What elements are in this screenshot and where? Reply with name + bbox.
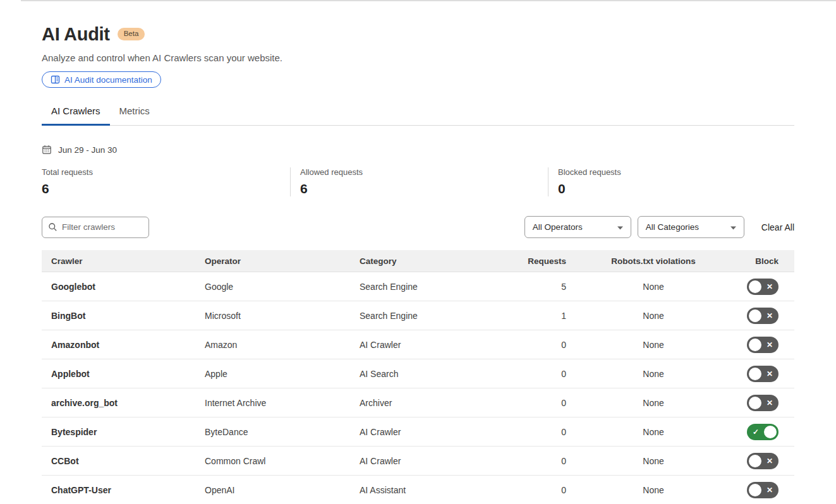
crawler-name: ChatGPT-User xyxy=(42,485,205,495)
violations-cell: None xyxy=(568,282,739,292)
block-cell: ✕ xyxy=(739,482,794,498)
check-icon: ✓ xyxy=(753,428,759,436)
crawler-name: Bytespider xyxy=(42,427,205,437)
category-cell: AI Assistant xyxy=(360,485,514,495)
block-toggle[interactable]: ✓ xyxy=(747,424,778,440)
table-row: AmazonbotAmazonAI Crawler0None✕ xyxy=(42,330,794,359)
page-subtitle: Analyze and control when AI Crawlers sca… xyxy=(42,52,794,63)
stat-label: Total requests xyxy=(42,167,281,177)
toggle-knob xyxy=(749,339,761,351)
requests-cell: 0 xyxy=(514,485,568,495)
category-cell: AI Crawler xyxy=(360,456,514,466)
x-icon: ✕ xyxy=(766,283,773,291)
documentation-link[interactable]: AI Audit documentation xyxy=(42,71,161,88)
crawler-name: archive.org_bot xyxy=(42,398,205,408)
toggle-knob xyxy=(749,484,761,496)
block-toggle[interactable]: ✕ xyxy=(747,395,778,411)
stats-row: Total requests 6 Allowed requests 6 Bloc… xyxy=(42,167,794,196)
table-row: ChatGPT-UserOpenAIAI Assistant0None✕ xyxy=(42,476,794,504)
documentation-link-label: AI Audit documentation xyxy=(64,75,152,85)
tab-metrics[interactable]: Metrics xyxy=(110,99,159,126)
x-icon: ✕ xyxy=(766,312,773,320)
operator-cell: Apple xyxy=(205,369,360,379)
ai-audit-page: AI Audit Beta Analyze and control when A… xyxy=(0,24,836,504)
operator-cell: Amazon xyxy=(205,340,360,350)
stat-allowed-requests: Allowed requests 6 xyxy=(290,167,548,196)
block-toggle[interactable]: ✕ xyxy=(747,366,778,382)
toggle-knob xyxy=(749,368,761,380)
crawler-name: Amazonbot xyxy=(42,340,205,350)
stat-value: 0 xyxy=(558,181,785,196)
x-icon: ✕ xyxy=(766,370,773,378)
violations-cell: None xyxy=(568,369,739,379)
page-title: AI Audit xyxy=(42,24,110,44)
violations-cell: None xyxy=(568,456,739,466)
block-toggle[interactable]: ✕ xyxy=(747,482,778,498)
table-body: GooglebotGoogleSearch Engine5None✕BingBo… xyxy=(42,272,794,504)
clear-all-button[interactable]: Clear All xyxy=(761,222,794,232)
block-cell: ✕ xyxy=(739,395,794,411)
x-icon: ✕ xyxy=(766,341,773,349)
block-toggle[interactable]: ✕ xyxy=(747,453,778,469)
column-header-crawler: Crawler xyxy=(42,256,205,266)
crawler-name: Googlebot xyxy=(42,282,205,292)
tab-bar: AI Crawlers Metrics xyxy=(42,99,794,126)
block-toggle[interactable]: ✕ xyxy=(747,279,778,295)
crawler-name: CCBot xyxy=(42,456,205,466)
category-cell: AI Crawler xyxy=(360,340,514,350)
violations-cell: None xyxy=(568,485,739,495)
table-header: Crawler Operator Category Requests Robot… xyxy=(42,250,794,272)
operator-cell: ByteDance xyxy=(205,427,360,437)
column-header-requests: Requests xyxy=(514,256,568,266)
requests-cell: 5 xyxy=(514,282,568,292)
book-icon xyxy=(51,75,60,84)
block-cell: ✕ xyxy=(739,279,794,295)
toggle-knob xyxy=(749,309,761,322)
operator-cell: OpenAI xyxy=(205,485,360,495)
requests-cell: 0 xyxy=(514,369,568,379)
stat-label: Blocked requests xyxy=(558,167,785,177)
categories-dropdown[interactable]: All Categories xyxy=(638,216,744,238)
requests-cell: 0 xyxy=(514,456,568,466)
column-header-operator: Operator xyxy=(205,256,360,266)
chevron-down-icon xyxy=(617,222,623,232)
table-row: ApplebotAppleAI Search0None✕ xyxy=(42,359,794,388)
date-range-label: Jun 29 - Jun 30 xyxy=(58,145,117,155)
table-row: GooglebotGoogleSearch Engine5None✕ xyxy=(42,272,794,301)
column-header-category: Category xyxy=(360,256,514,266)
top-divider xyxy=(21,0,836,1)
toggle-knob xyxy=(749,397,761,409)
categories-dropdown-value: All Categories xyxy=(646,222,699,232)
block-cell: ✕ xyxy=(739,308,794,324)
crawlers-table: Crawler Operator Category Requests Robot… xyxy=(42,250,794,504)
toggle-knob xyxy=(749,280,761,293)
operators-dropdown[interactable]: All Operators xyxy=(524,216,631,238)
operator-cell: Google xyxy=(205,282,360,292)
tab-ai-crawlers[interactable]: AI Crawlers xyxy=(42,99,110,126)
requests-cell: 0 xyxy=(514,340,568,350)
violations-cell: None xyxy=(568,427,739,437)
category-cell: AI Crawler xyxy=(360,427,514,437)
date-range-picker[interactable]: Jun 29 - Jun 30 xyxy=(42,145,794,155)
filter-crawlers-input[interactable] xyxy=(42,217,149,238)
violations-cell: None xyxy=(568,340,739,350)
category-cell: Search Engine xyxy=(360,311,514,321)
table-row: BytespiderByteDanceAI Crawler0None✓ xyxy=(42,417,794,447)
filter-bar: All Operators All Categories Clear All xyxy=(42,216,794,238)
stat-label: Allowed requests xyxy=(300,167,538,177)
block-cell: ✓ xyxy=(739,424,794,440)
stat-total-requests: Total requests 6 xyxy=(42,167,290,196)
requests-cell: 1 xyxy=(514,311,568,321)
requests-cell: 0 xyxy=(514,427,568,437)
operator-cell: Common Crawl xyxy=(205,456,360,466)
stat-value: 6 xyxy=(300,181,538,196)
crawler-name: Applebot xyxy=(42,369,205,379)
block-toggle[interactable]: ✕ xyxy=(747,308,778,324)
beta-badge: Beta xyxy=(118,28,145,40)
operators-dropdown-value: All Operators xyxy=(533,222,583,232)
block-cell: ✕ xyxy=(739,453,794,469)
requests-cell: 0 xyxy=(514,398,568,408)
block-cell: ✕ xyxy=(739,337,794,353)
block-toggle[interactable]: ✕ xyxy=(747,337,778,353)
toggle-knob xyxy=(764,426,777,438)
